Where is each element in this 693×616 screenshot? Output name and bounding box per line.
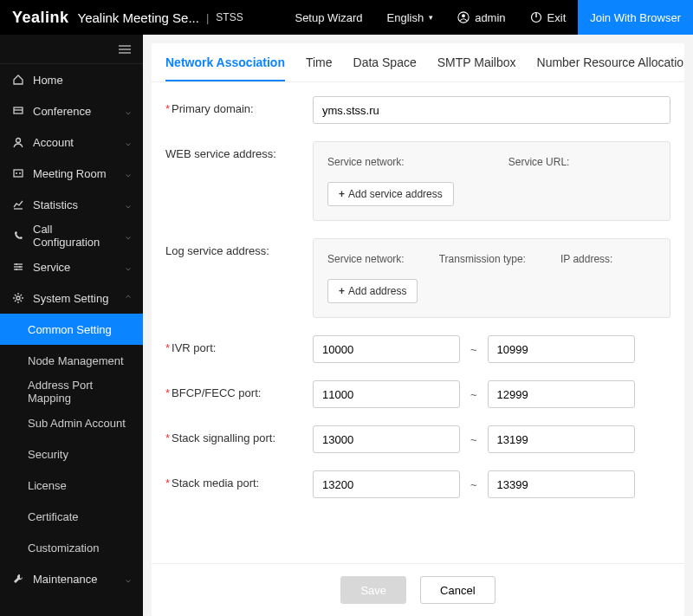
tab-smtp-mailbox[interactable]: SMTP Mailbox (437, 43, 516, 81)
power-icon (530, 11, 542, 23)
svg-rect-10 (14, 170, 23, 177)
port-from-input[interactable] (313, 380, 460, 408)
sidebar-item-statistics[interactable]: Statistics⌵ (0, 189, 143, 220)
add-log-label: Add address (348, 285, 406, 297)
tab-number-resource-allocation[interactable]: Number Resource Allocation (537, 43, 684, 81)
user-icon (457, 11, 470, 23)
port-to-input[interactable] (488, 425, 635, 453)
wrench-icon (12, 573, 24, 585)
sidebar-item-label: Maintenance (33, 573, 97, 586)
sidebar-subitem-security[interactable]: Security (0, 438, 143, 470)
exit-button[interactable]: Exit (518, 0, 579, 35)
sidebar-item-conference[interactable]: Conference⌵ (0, 95, 143, 126)
gear-icon (12, 292, 24, 304)
port-from-input[interactable] (313, 425, 460, 453)
sidebar-subitem-certificate[interactable]: Certificate (0, 501, 143, 532)
sidebar-item-home[interactable]: Home (0, 64, 143, 95)
sidebar: HomeConference⌵Account⌵Meeting Room⌵Stat… (0, 35, 143, 616)
range-separator: ~ (470, 433, 477, 446)
port-from-input[interactable] (313, 470, 460, 498)
sidebar-subitem-address-port-mapping[interactable]: Address Port Mapping (0, 376, 143, 407)
brand-logo: Yealink (0, 9, 78, 27)
username-label: admin (475, 11, 505, 24)
language-selector[interactable]: English ▾ (375, 0, 446, 35)
sidebar-item-label: Conference (33, 105, 91, 118)
chevron-down-icon: ⌵ (126, 294, 131, 303)
log-service-box: Service network: Transmission type: IP a… (313, 238, 670, 318)
svg-point-18 (19, 266, 21, 268)
chevron-down-icon: ⌵ (126, 200, 131, 210)
title-divider: | (206, 11, 209, 24)
form-footer: Save Cancel (152, 563, 684, 616)
svg-point-17 (16, 263, 17, 265)
menu-collapse-icon (119, 44, 131, 55)
chevron-down-icon: ⌵ (126, 231, 131, 241)
site-code: STSS (216, 11, 243, 23)
save-button[interactable]: Save (340, 576, 406, 604)
svg-point-20 (16, 296, 20, 300)
log-service-label: Log service address: (165, 244, 269, 257)
chevron-down-icon: ▾ (429, 13, 433, 22)
user-menu[interactable]: admin (445, 0, 517, 35)
call-icon (12, 230, 24, 242)
exit-label: Exit (547, 11, 567, 24)
log-service-network-header: Service network: (327, 253, 405, 265)
port-to-input[interactable] (488, 335, 635, 363)
add-service-address-button[interactable]: + Add service address (327, 182, 454, 206)
sidebar-subitem-sub-admin-account[interactable]: Sub Admin Account (0, 407, 143, 438)
sidebar-item-label: Meeting Room (33, 167, 107, 180)
language-label: English (387, 11, 424, 24)
tabs: Network AssociationTimeData SpaceSMTP Ma… (152, 43, 684, 82)
svg-point-11 (16, 172, 17, 174)
plus-icon: + (339, 285, 345, 297)
add-log-address-button[interactable]: + Add address (327, 279, 418, 303)
port-to-input[interactable] (488, 470, 635, 498)
service-icon (12, 261, 24, 273)
primary-domain-label: Primary domain: (172, 102, 254, 115)
chevron-down-icon: ⌵ (126, 138, 131, 147)
range-separator: ~ (470, 388, 477, 401)
log-ip-header: IP address: (560, 253, 612, 265)
tab-data-space[interactable]: Data Space (353, 43, 417, 81)
add-service-label: Add service address (348, 188, 443, 200)
sidebar-item-account[interactable]: Account⌵ (0, 126, 143, 158)
sidebar-item-label: Home (33, 74, 63, 87)
port-from-input[interactable] (313, 335, 460, 363)
conference-icon (12, 105, 24, 117)
sidebar-item-label: Account (33, 136, 74, 149)
account-icon (12, 136, 24, 148)
chevron-down-icon: ⌵ (126, 169, 131, 178)
sidebar-subitem-license[interactable]: License (0, 470, 143, 501)
sidebar-toggle[interactable] (0, 35, 143, 64)
sidebar-subitem-node-management[interactable]: Node Management (0, 345, 143, 376)
sidebar-item-meeting-room[interactable]: Meeting Room⌵ (0, 158, 143, 189)
sidebar-subitem-common-setting[interactable]: Common Setting (0, 314, 143, 345)
setup-wizard-link[interactable]: Setup Wizard (282, 0, 374, 35)
sidebar-item-call-configuration[interactable]: Call Configuration⌵ (0, 220, 143, 251)
sidebar-item-label: Statistics (33, 198, 78, 211)
port-label: Stack media port: (172, 477, 259, 490)
sidebar-item-maintenance[interactable]: Maintenance⌵ (0, 563, 143, 594)
app-title: Yealink Meeting Se... (78, 10, 199, 25)
top-header: Yealink Yealink Meeting Se... | STSS Set… (0, 0, 693, 35)
chevron-down-icon: ⌵ (126, 107, 131, 116)
tab-time[interactable]: Time (306, 43, 333, 81)
svg-point-9 (16, 139, 21, 143)
svg-point-12 (19, 172, 21, 174)
stats-icon (12, 198, 24, 211)
home-icon (12, 74, 24, 86)
sidebar-subitem-customization[interactable]: Customization (0, 532, 143, 563)
form-body: *Primary domain: WEB service address: Se… (152, 82, 684, 563)
primary-domain-input[interactable] (313, 96, 670, 124)
sidebar-item-system-setting[interactable]: System Setting⌵ (0, 282, 143, 314)
join-browser-button[interactable]: Join With Browser (578, 0, 693, 35)
chevron-down-icon: ⌵ (126, 263, 131, 272)
svg-point-19 (16, 269, 17, 270)
tab-network-association[interactable]: Network Association (165, 43, 285, 81)
sidebar-item-service[interactable]: Service⌵ (0, 251, 143, 282)
web-service-box: Service network: Service URL: + Add serv… (313, 141, 670, 221)
sidebar-item-label: Service (33, 261, 70, 274)
sidebar-item-label: System Setting (33, 292, 108, 305)
port-to-input[interactable] (488, 380, 635, 408)
cancel-button[interactable]: Cancel (420, 576, 495, 604)
